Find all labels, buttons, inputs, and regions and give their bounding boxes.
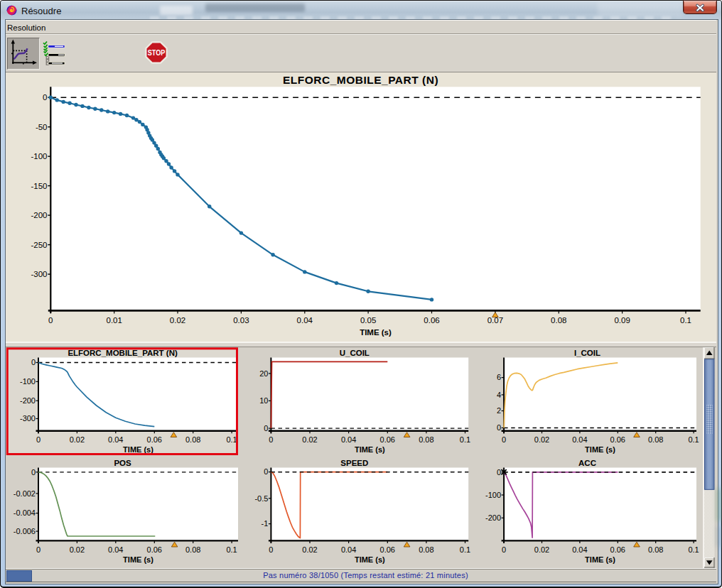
svg-text:-200: -200: [20, 396, 36, 405]
svg-text:-150: -150: [31, 182, 47, 190]
svg-text:0.08: 0.08: [551, 316, 566, 325]
svg-text:-200: -200: [485, 513, 501, 522]
svg-text:0.08: 0.08: [648, 435, 663, 444]
svg-text:0: 0: [264, 424, 268, 432]
svg-text:TIME (s): TIME (s): [360, 328, 392, 337]
svg-text:-100: -100: [485, 491, 501, 499]
svg-text:U_COIL: U_COIL: [340, 349, 370, 357]
svg-text:-300: -300: [31, 270, 47, 278]
svg-text:0.04: 0.04: [572, 545, 587, 554]
svg-text:-0.5: -0.5: [254, 494, 268, 503]
svg-text:0.1: 0.1: [226, 435, 237, 444]
svg-text:0: 0: [31, 358, 36, 366]
svg-text:0.01: 0.01: [107, 316, 122, 325]
svg-text:-0.002: -0.002: [14, 489, 36, 498]
svg-text:2: 2: [497, 406, 501, 415]
svg-text:TIME (s): TIME (s): [123, 555, 153, 564]
svg-text:0: 0: [497, 423, 501, 432]
svg-text:0.04: 0.04: [108, 545, 123, 554]
svg-text:0.08: 0.08: [419, 545, 433, 554]
svg-text:0.03: 0.03: [233, 316, 249, 325]
svg-text:TIME (s): TIME (s): [585, 555, 615, 564]
svg-text:SPEED: SPEED: [340, 459, 368, 467]
svg-text:ACC: ACC: [578, 459, 596, 467]
svg-text:4: 4: [497, 391, 501, 399]
svg-text:0: 0: [36, 545, 41, 554]
svg-text:0.1: 0.1: [226, 545, 237, 554]
svg-text:10: 10: [259, 396, 268, 405]
svg-text:TIME (s): TIME (s): [123, 445, 153, 454]
svg-text:0.08: 0.08: [648, 545, 663, 554]
svg-text:20: 20: [259, 369, 268, 378]
svg-text:0.08: 0.08: [419, 435, 433, 444]
svg-text:I_COIL: I_COIL: [574, 349, 600, 357]
svg-text:0.02: 0.02: [70, 545, 85, 554]
svg-text:0: 0: [502, 435, 506, 444]
svg-text:0.06: 0.06: [147, 435, 162, 444]
svg-text:POS: POS: [114, 459, 131, 467]
svg-text:0.06: 0.06: [380, 435, 395, 444]
svg-text:0.06: 0.06: [380, 545, 395, 554]
svg-text:0.02: 0.02: [302, 545, 317, 554]
svg-text:0.04: 0.04: [572, 435, 587, 444]
svg-text:0.1: 0.1: [680, 316, 691, 325]
svg-text:0: 0: [36, 435, 41, 444]
svg-text:0: 0: [269, 435, 273, 444]
svg-text:0.06: 0.06: [424, 316, 439, 325]
svg-text:0.02: 0.02: [170, 316, 185, 325]
svg-text:0.02: 0.02: [70, 435, 85, 444]
svg-text:0.1: 0.1: [688, 435, 699, 444]
svg-text:0.06: 0.06: [147, 545, 162, 554]
svg-text:0.09: 0.09: [614, 316, 630, 325]
svg-text:0.04: 0.04: [341, 545, 356, 554]
svg-text:0: 0: [43, 93, 47, 102]
svg-text:ELFORC_MOBILE_PART (N): ELFORC_MOBILE_PART (N): [283, 74, 438, 86]
svg-text:-100: -100: [20, 377, 36, 386]
svg-text:0.04: 0.04: [297, 316, 313, 325]
svg-text:0.06: 0.06: [610, 545, 625, 554]
svg-text:-1: -1: [262, 519, 269, 528]
svg-text:-0.006: -0.006: [14, 527, 36, 535]
svg-text:0: 0: [502, 545, 506, 554]
svg-text:-250: -250: [31, 241, 47, 249]
svg-text:-50: -50: [36, 123, 48, 131]
svg-text:-100: -100: [31, 152, 47, 160]
svg-text:TIME (s): TIME (s): [585, 445, 615, 454]
svg-text:0.1: 0.1: [460, 435, 470, 444]
svg-text:0.08: 0.08: [185, 545, 200, 554]
svg-text:6: 6: [497, 373, 501, 381]
svg-text:0.02: 0.02: [302, 435, 317, 444]
svg-text:0: 0: [48, 316, 53, 325]
svg-text:0.02: 0.02: [534, 545, 549, 554]
svg-text:-200: -200: [31, 211, 47, 219]
svg-text:0: 0: [497, 468, 501, 477]
svg-text:0.04: 0.04: [108, 435, 123, 444]
svg-text:0.05: 0.05: [360, 316, 376, 325]
svg-text:0.08: 0.08: [185, 435, 200, 444]
svg-text:0: 0: [31, 468, 36, 477]
svg-text:TIME (s): TIME (s): [355, 445, 385, 454]
svg-text:-300: -300: [20, 414, 36, 423]
svg-text:ELFORC_MOBILE_PART (N): ELFORC_MOBILE_PART (N): [68, 349, 178, 357]
svg-text:STOP: STOP: [148, 49, 166, 57]
svg-text:0.04: 0.04: [341, 435, 356, 444]
svg-text:0.02: 0.02: [534, 435, 549, 444]
svg-text:TIME (s): TIME (s): [355, 555, 385, 564]
svg-text:0.1: 0.1: [460, 545, 470, 554]
svg-text:0.1: 0.1: [688, 545, 699, 554]
svg-text:0: 0: [269, 545, 273, 554]
svg-text:-0.004: -0.004: [14, 508, 36, 517]
svg-text:0.06: 0.06: [610, 435, 625, 444]
svg-text:0: 0: [264, 467, 268, 476]
